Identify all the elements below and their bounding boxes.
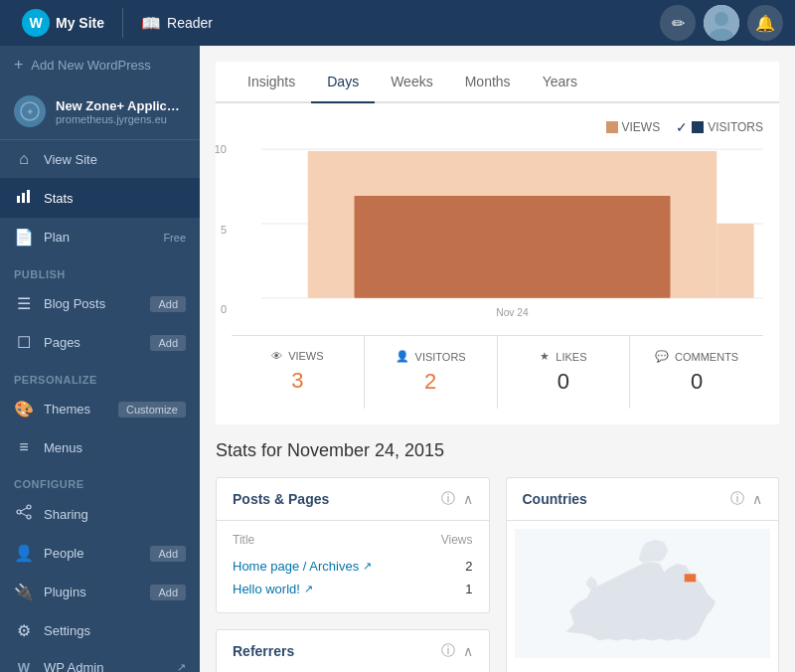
plan-icon: 📄 [14, 228, 34, 247]
stat-likes: ★ LIKES 0 [498, 336, 631, 409]
chart-legend: VIEWS ✓ VISITORS [232, 119, 763, 135]
plan-badge: Free [163, 232, 186, 244]
stat-views-value: 3 [245, 368, 350, 394]
people-label: People [44, 546, 140, 561]
views-icon: 👁 [271, 350, 282, 362]
publish-section-label: Publish [0, 256, 200, 284]
map-svg [515, 529, 771, 658]
settings-label: Settings [44, 623, 186, 638]
sidebar-item-plugins[interactable]: 🔌 Plugins Add [0, 573, 200, 611]
referrers-title: Referrers [233, 643, 294, 659]
stats-label: Stats [44, 191, 186, 206]
customize-themes-button[interactable]: Customize [118, 402, 186, 418]
stat-views-label: 👁 VIEWS [245, 350, 350, 362]
referrers-collapse-button[interactable]: ∧ [463, 643, 473, 659]
svg-rect-7 [27, 190, 30, 203]
posts-pages-info-button[interactable]: ⓘ [441, 490, 455, 508]
sidebar-item-pages[interactable]: ☐ Pages Add [0, 323, 200, 362]
svg-text:✦: ✦ [26, 106, 34, 117]
topbar-divider [122, 8, 123, 38]
map-container [507, 521, 779, 669]
y-label-10: 10 [202, 143, 227, 155]
stat-likes-value: 0 [512, 369, 616, 395]
svg-rect-6 [22, 193, 25, 203]
external-link-icon-1: ↗ [304, 583, 313, 595]
comments-icon: 💬 [655, 350, 669, 363]
site-name: New Zone+ Application [56, 98, 186, 113]
stat-views: 👁 VIEWS 3 [232, 336, 365, 409]
referrers-info-button[interactable]: ⓘ [441, 642, 455, 660]
sidebar-item-themes[interactable]: 🎨 Themes Customize [0, 390, 200, 428]
stat-comments-value: 0 [644, 369, 749, 395]
svg-rect-17 [355, 196, 671, 298]
my-site-nav[interactable]: W My Site [12, 9, 114, 37]
svg-text:Nov 24: Nov 24 [496, 307, 529, 318]
stat-visitors-value: 2 [379, 369, 483, 395]
sidebar-item-sharing[interactable]: Sharing [0, 494, 200, 534]
site-url: prometheus.jyrgens.eu [56, 113, 186, 125]
referrers-actions: ⓘ ∧ [441, 642, 473, 660]
reader-nav[interactable]: 📖 Reader [131, 14, 223, 33]
countries-info-button[interactable]: ⓘ [730, 490, 744, 508]
personalize-section-label: Personalize [0, 362, 200, 390]
home-page-link[interactable]: Home page / Archives ↗ [233, 559, 372, 574]
stat-comments: 💬 COMMENTS 0 [630, 336, 763, 409]
hello-world-link[interactable]: Hello world! ↗ [233, 582, 313, 596]
left-panels: Posts & Pages ⓘ ∧ Title Views [216, 477, 490, 672]
tab-years[interactable]: Years [527, 62, 593, 103]
posts-pages-header-title: Title [233, 533, 254, 547]
external-link-icon: ↗ [177, 661, 186, 672]
sidebar-item-menus[interactable]: ≡ Menus [0, 428, 200, 466]
sidebar-item-people[interactable]: 👤 People Add [0, 534, 200, 573]
date-heading: Stats for November 24, 2015 [216, 440, 779, 461]
compose-button[interactable]: ✏ [660, 5, 696, 41]
posts-pages-actions: ⓘ ∧ [441, 490, 473, 508]
chart-container: VIEWS ✓ VISITORS 10 5 0 [216, 103, 779, 424]
posts-pages-collapse-button[interactable]: ∧ [463, 491, 473, 507]
sidebar-item-plan[interactable]: 📄 Plan Free [0, 218, 200, 256]
panels-grid: Posts & Pages ⓘ ∧ Title Views [216, 477, 779, 672]
svg-point-8 [27, 505, 31, 509]
add-new-label: Add New WordPress [31, 58, 150, 73]
posts-pages-header: Posts & Pages ⓘ ∧ [217, 478, 489, 521]
legend-visitors-box [692, 121, 704, 133]
visitors-icon: 👤 [396, 350, 409, 363]
home-icon: ⌂ [14, 150, 34, 168]
tab-days[interactable]: Days [311, 62, 375, 103]
add-plugins-button[interactable]: Add [150, 585, 186, 600]
svg-point-1 [715, 12, 728, 26]
chart-svg: Nov 24 [261, 143, 763, 332]
sidebar-item-stats[interactable]: Stats [0, 178, 200, 218]
add-new-wordpress-item[interactable]: + Add New WordPress [0, 46, 200, 84]
tab-insights[interactable]: Insights [232, 62, 311, 103]
countries-collapse-button[interactable]: ∧ [752, 491, 762, 507]
wp-admin-icon: W [14, 660, 34, 672]
plan-label: Plan [44, 230, 153, 245]
site-details: New Zone+ Application prometheus.jyrgens… [56, 98, 186, 125]
plus-icon: + [14, 56, 23, 74]
site-info[interactable]: ✦ New Zone+ Application prometheus.jyrge… [0, 84, 200, 140]
posts-pages-table-header: Title Views [233, 533, 473, 547]
add-people-button[interactable]: Add [150, 546, 186, 562]
stats-summary: 👁 VIEWS 3 👤 VISITORS 2 ★ LIKES [232, 335, 763, 409]
home-page-label: Home page / Archives [233, 559, 359, 574]
avatar[interactable] [704, 5, 739, 41]
view-site-label: View Site [44, 152, 186, 167]
svg-line-11 [21, 508, 27, 511]
sidebar-item-view-site[interactable]: ⌂ View Site [0, 140, 200, 178]
sidebar-item-settings[interactable]: ⚙ Settings [0, 611, 200, 650]
tab-months[interactable]: Months [449, 62, 527, 103]
pages-label: Pages [44, 335, 140, 350]
stat-visitors-label: 👤 VISITORS [379, 350, 483, 363]
svg-rect-20 [684, 574, 696, 583]
svg-line-12 [21, 513, 27, 516]
table-row: Hello world! ↗ 1 [233, 578, 473, 600]
sidebar-item-blog-posts[interactable]: ☰ Blog Posts Add [0, 284, 200, 323]
tab-weeks[interactable]: Weeks [375, 62, 449, 103]
sidebar-item-wp-admin[interactable]: W WP Admin ↗ [0, 650, 200, 672]
notifications-button[interactable]: 🔔 [747, 5, 783, 41]
add-page-button[interactable]: Add [150, 335, 186, 351]
themes-label: Themes [44, 402, 108, 417]
referrers-header: Referrers ⓘ ∧ [217, 630, 489, 672]
add-blog-post-button[interactable]: Add [150, 296, 186, 312]
